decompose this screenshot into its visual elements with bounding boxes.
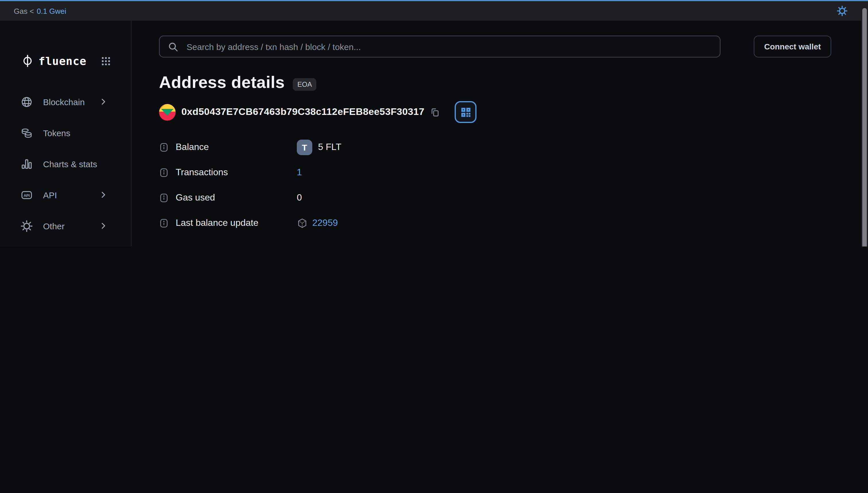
app-window: Gas < 0.1 Gwei fluence [0,0,868,246]
sidebar-item-tokens[interactable]: Tokens [0,117,131,148]
info-icon [159,168,169,177]
sidebar-item-charts-stats[interactable]: Charts & stats [0,148,131,179]
page-title: Address details [159,73,285,92]
sidebar-item-label: Other [43,221,65,231]
api-icon: API [21,189,33,201]
info-icon [159,218,169,228]
info-icon [159,193,169,202]
sidebar-item-blockchain[interactable]: Blockchain [0,86,131,117]
transactions-count-link[interactable]: 1 [297,167,302,177]
chevron-right-icon [99,222,107,230]
qr-code-button[interactable] [455,101,477,123]
chevron-right-icon [99,98,107,106]
title-row: Address details EOA [159,73,831,92]
address-type-badge: EOA [293,78,317,90]
svg-text:API: API [24,193,30,197]
address-row: 0xd50437E7CB67463b79C38c112eFEB8ee53F303… [159,101,831,123]
info-label: Last balance update [176,218,258,228]
info-label: Transactions [176,167,228,177]
main-content: Connect wallet Address details EOA 0xd50… [132,21,868,246]
header-row: Connect wallet [159,36,831,58]
grid-dots-icon[interactable] [100,56,111,66]
copy-icon[interactable] [430,107,440,117]
sidebar-item-label: Charts & stats [43,159,97,169]
search-input[interactable] [185,41,712,52]
block-cube-icon [297,217,308,229]
bar-chart-icon [21,158,33,170]
sidebar: fluence Blockchain [0,21,132,246]
info-row-transactions: Transactions 1 [159,160,831,185]
address-info: Balance T 5 FLT Transactions [159,134,831,236]
address-hash[interactable]: 0xd50437E7CB67463b79C38c112eFEB8ee53F303… [181,106,425,118]
address-avatar [159,104,176,121]
brand-logo[interactable]: fluence [21,53,111,68]
info-row-last-balance-update: Last balance update 22959 [159,210,831,236]
sidebar-nav: Blockchain Tokens [0,86,131,241]
last-balance-update-block-link[interactable]: 22959 [312,218,338,228]
info-row-balance: Balance T 5 FLT [159,134,831,160]
sidebar-item-label: Blockchain [43,97,85,107]
sidebar-item-other[interactable]: Other [0,210,131,241]
gas-tracker[interactable]: Gas < 0.1 Gwei [14,7,66,15]
chevron-right-icon [99,191,107,199]
globe-icon [21,96,33,108]
fluence-logo-icon [21,54,35,68]
info-row-gas-used: Gas used 0 [159,185,831,210]
coins-icon [21,127,33,139]
gas-used-value: 0 [297,192,302,203]
info-label: Gas used [176,192,215,203]
search-icon [168,41,179,52]
balance-value: 5 FLT [318,142,341,152]
info-label: Balance [176,142,209,152]
sidebar-item-label: API [43,190,57,200]
search-bar[interactable] [159,36,721,58]
sidebar-item-label: Tokens [43,128,70,137]
gas-label: Gas < [14,7,34,15]
info-icon [159,142,169,152]
gas-value: 0.1 Gwei [37,7,66,15]
connect-wallet-button[interactable]: Connect wallet [754,36,831,58]
sidebar-item-api[interactable]: API API [0,179,131,210]
gear-icon [21,220,33,232]
gear-icon[interactable] [837,6,847,16]
brand-name: fluence [39,55,86,67]
top-stats-bar: Gas < 0.1 Gwei [0,0,868,21]
token-icon: T [297,140,312,155]
